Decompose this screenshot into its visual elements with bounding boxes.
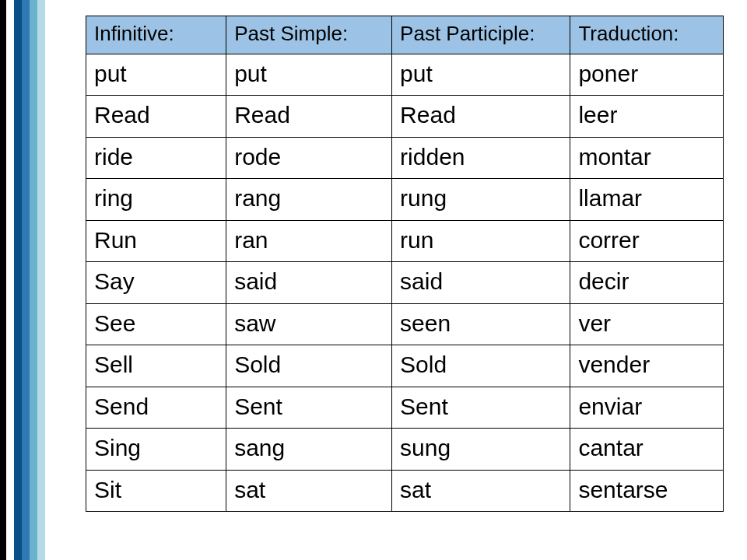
cell: Read [392, 96, 570, 138]
cell: sat [226, 470, 392, 512]
table-row: ring rang rung llamar [86, 179, 724, 221]
table-row: Run ran run correr [86, 220, 724, 262]
table-row: Read Read Read leer [86, 96, 724, 138]
col-header-traduction: Traduction: [570, 16, 724, 54]
table-row: Sit sat sat sentarse [86, 470, 724, 512]
cell: sentarse [570, 470, 724, 512]
cell: ring [86, 179, 226, 221]
cell: Sold [226, 345, 392, 387]
stripe [30, 0, 37, 560]
table-row: Say said said decir [86, 262, 724, 304]
cell: Read [226, 96, 392, 138]
cell: ran [226, 220, 392, 262]
cell: said [392, 262, 570, 304]
col-header-infinitive: Infinitive: [86, 16, 226, 54]
cell: Run [86, 220, 226, 262]
cell: put [86, 54, 226, 96]
cell: rode [226, 137, 392, 179]
cell: ridden [392, 137, 570, 179]
cell: Say [86, 262, 226, 304]
table-row: Send Sent Sent enviar [86, 387, 724, 429]
cell: decir [570, 262, 724, 304]
cell: Read [86, 96, 226, 138]
stripe [14, 0, 22, 560]
cell: Sing [86, 429, 226, 471]
cell: rang [226, 179, 392, 221]
cell: rung [392, 179, 570, 221]
cell: saw [226, 303, 392, 345]
col-header-past-simple: Past Simple: [226, 16, 392, 54]
cell: llamar [570, 179, 724, 221]
stripe [22, 0, 30, 560]
cell: Sent [226, 387, 392, 429]
cell: ride [86, 137, 226, 179]
col-header-past-participle: Past Participle: [392, 16, 570, 54]
cell: ver [570, 303, 724, 345]
cell: See [86, 303, 226, 345]
stripe [6, 0, 14, 560]
cell: put [392, 54, 570, 96]
table-row: put put put poner [86, 54, 724, 96]
cell: enviar [570, 387, 724, 429]
cell: sang [226, 429, 392, 471]
cell: sat [392, 470, 570, 512]
cell: said [226, 262, 392, 304]
cell: vender [570, 345, 724, 387]
table-row: Sell Sold Sold vender [86, 345, 724, 387]
cell: Sold [392, 345, 570, 387]
cell: Sit [86, 470, 226, 512]
table-row: ride rode ridden montar [86, 137, 724, 179]
cell: leer [570, 96, 724, 138]
cell: run [392, 220, 570, 262]
cell: Send [86, 387, 226, 429]
cell: Sent [392, 387, 570, 429]
cell: montar [570, 137, 724, 179]
table-row: See saw seen ver [86, 303, 724, 345]
cell: cantar [570, 429, 724, 471]
cell: Sell [86, 345, 226, 387]
cell: sung [392, 429, 570, 471]
decorative-stripes [0, 0, 48, 560]
verb-table-container: Infinitive: Past Simple: Past Participle… [86, 16, 724, 512]
table-header-row: Infinitive: Past Simple: Past Participle… [86, 16, 724, 54]
cell: correr [570, 220, 724, 262]
table-row: Sing sang sung cantar [86, 429, 724, 471]
verb-table: Infinitive: Past Simple: Past Participle… [86, 16, 724, 512]
cell: poner [570, 54, 724, 96]
stripe [37, 0, 45, 560]
cell: put [226, 54, 392, 96]
cell: seen [392, 303, 570, 345]
stripe [0, 0, 6, 560]
